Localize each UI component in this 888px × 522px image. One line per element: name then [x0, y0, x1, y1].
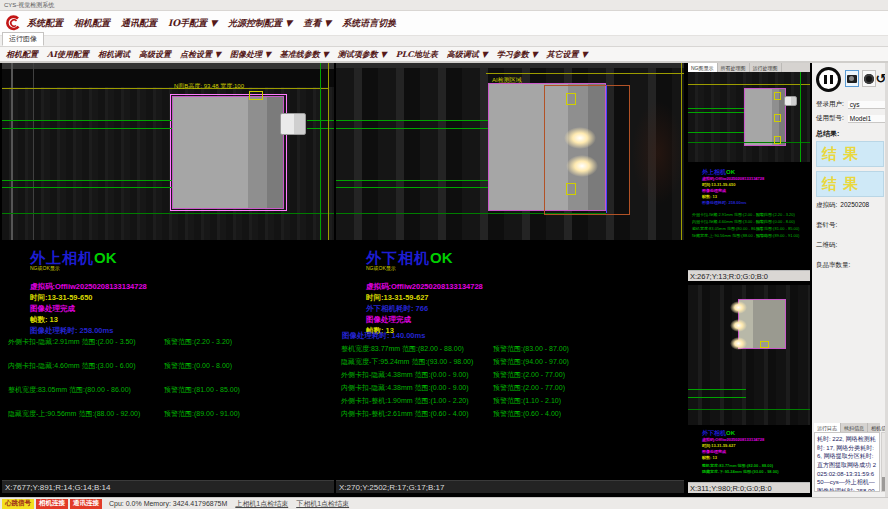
control-panel: ↺ 登录用户: cys 使用型号: Model1 总结果: 结果 结果 虚拟码:…	[812, 63, 888, 497]
measurement-row: 内侧卡扣-隐藏:4.60mm 范围:(3.00 - 6.00) 预警范围:(0.…	[8, 361, 332, 385]
measure-line	[688, 397, 746, 398]
side-view-column: NG图显示 所有处理图 运行处理图	[688, 63, 810, 497]
menu-item[interactable]: 光源控制配置 ▼	[228, 17, 292, 30]
toolbar-item[interactable]: 学习参数 ▼	[497, 49, 538, 60]
process-done-line: 图像处理完成	[30, 304, 75, 314]
measure-line	[336, 180, 488, 181]
menu-item[interactable]: 通讯配置	[121, 17, 157, 30]
toolbar-item[interactable]: 图像处理 ▼	[230, 49, 271, 60]
window-title: CYS-视觉检测系统	[4, 1, 54, 10]
menu-item[interactable]: IO手配置 ▼	[168, 17, 217, 30]
pixel-coordinate-readout: X:7677;Y:891;R:14;G:14;B:14	[2, 480, 334, 493]
highlight-glow	[730, 337, 747, 350]
warning-range: 预警范围:(0.60 - 4.00)	[493, 409, 561, 419]
side-view-tabs: NG图显示 所有处理图 运行处理图	[688, 63, 810, 72]
warning-range: 预警范围:(2.20 - 3.20)	[756, 212, 795, 217]
reference-line-vertical	[328, 63, 329, 240]
measure-line	[336, 120, 488, 121]
toolbar-item[interactable]: 高级设置	[139, 49, 171, 60]
tab-run-image[interactable]: 运行图像	[2, 32, 44, 46]
needle-row: 套针号:	[816, 221, 884, 241]
time-line: 时间:13-31-59-650	[30, 293, 93, 303]
toolbar-item[interactable]: 基准线参数 ▼	[280, 49, 329, 60]
roi-label: AI检测区域	[492, 76, 522, 85]
measurement-row: 内侧卡扣-隐藏:4.60mm 范围:(3.00 - 6.00) 预警范围:(0.…	[692, 219, 809, 226]
virtual-code-label: 虚拟码:	[816, 201, 837, 210]
warning-range: 预警范围:(83.00 - 87.00)	[493, 344, 569, 354]
toolbar-item[interactable]: 高级调试 ▼	[447, 49, 488, 60]
toolbar-item[interactable]: 相机调试	[98, 49, 130, 60]
measure-line	[2, 128, 172, 129]
result-box-lower: 结果	[816, 171, 884, 197]
model-label: 使用型号:	[816, 114, 844, 123]
tool-bar: 相机配置AI使用配置相机调试高级设置点检设置 ▼图像处理 ▼基准线参数 ▼测试项…	[0, 47, 888, 63]
measurement-row: 隐藏宽度-下:95.24mm 范围:(93.00 - 98.00) 预警范围:(…	[341, 357, 682, 370]
reference-line	[688, 84, 810, 85]
measure-line	[2, 180, 172, 181]
cpu-memory-readout: Cpu: 0.0% Memory: 3424.41796875M	[109, 500, 227, 507]
measure-line	[688, 409, 810, 410]
pause-icon	[830, 75, 833, 84]
view-tab-row: 运行图像	[0, 36, 888, 47]
toolbar-item[interactable]: 其它设置 ▼	[547, 49, 588, 60]
warning-range: 预警范围:(81.00 - 85.00)	[756, 226, 799, 231]
yield-count-label: 良品率数量:	[816, 261, 850, 270]
pause-button[interactable]	[816, 67, 841, 92]
toolbar-item[interactable]: 点检设置 ▼	[180, 49, 221, 60]
roi-marker-box	[774, 92, 781, 100]
frame-count-line: 帧数: 13	[702, 194, 717, 199]
measure-line-vertical	[320, 63, 321, 240]
measure-line	[688, 112, 744, 113]
camera-name: 外上相机	[702, 169, 726, 175]
status-bar: 心跳信号 相机连接 通讯连接 Cpu: 0.0% Memory: 3424.41…	[0, 497, 888, 509]
pixel-coordinate-readout: X:267;Y:13;R:0;G:0;B:0	[688, 270, 810, 281]
brand-swirl-icon	[4, 15, 21, 32]
menu-item[interactable]: 系统配置	[27, 17, 63, 30]
camera-name: 外下相机	[702, 430, 726, 436]
toolbar-item[interactable]: 相机配置	[6, 49, 38, 60]
camera-view-button[interactable]	[845, 70, 859, 87]
barcode-line: 虚拟码:Offliw20250208133134728	[702, 176, 764, 181]
side-tab-run[interactable]: 运行处理图	[750, 63, 782, 72]
highlight-glow	[730, 319, 747, 332]
thumb-lower-image[interactable]	[688, 285, 810, 425]
measure-line	[2, 213, 334, 214]
log-text-area[interactable]: 耗时: 222, 网络检测耗时: 17, 网络分类耗时: 6, 网络提取分区耗时…	[814, 432, 880, 492]
measurement-value: 隐藏宽度-下:95.24mm 范围:(93.00 - 98.00)	[702, 469, 778, 474]
frame-count-line: 帧数: 13	[702, 455, 717, 460]
toolbar-item[interactable]: AI使用配置	[47, 49, 89, 60]
measure-line	[336, 187, 488, 188]
elapsed-line: 图像处理耗时: 140.00ms	[342, 331, 425, 341]
measure-line	[336, 128, 488, 129]
menu-item[interactable]: 系统语言切换	[342, 17, 396, 30]
left-camera-image[interactable]: N面B高度: 93.48 宽度:100	[2, 63, 334, 240]
log-tab-linescan[interactable]: 线扫信息	[841, 423, 868, 432]
warning-range: 预警范围:(2.00 - 77.00)	[493, 370, 565, 380]
toolbar-item[interactable]: 测试项参数 ▼	[338, 49, 387, 60]
lower-camera-image[interactable]: AI检测区域	[336, 63, 684, 240]
toolbar-item[interactable]: PLC地址表	[396, 49, 438, 60]
needle-label: 套针号:	[816, 221, 837, 230]
pause-icon	[824, 75, 827, 84]
thumb-upper-image[interactable]	[688, 72, 810, 162]
warning-range: 预警范围:(89.00 - 91.00)	[756, 233, 799, 238]
menu-item[interactable]: 查看 ▼	[303, 17, 331, 30]
qr-label: 二维码:	[816, 241, 837, 250]
measurement-row: 整机宽度:83.77mm 范围:(82.00 - 88.00) 预警范围:(83…	[341, 344, 682, 357]
result-ok-text: OK	[94, 249, 117, 266]
camera-icon	[847, 75, 857, 83]
warning-range: 预警范围:(81.00 - 85.00)	[164, 385, 240, 395]
pixel-coordinate-readout: X:311;Y:980;R:0;G:0;B:0	[688, 482, 810, 493]
process-done-line: 图像处理完成	[366, 315, 411, 325]
log-tab-run[interactable]: 运行日志	[814, 423, 841, 432]
time-line: 时间:13-31-59-627	[702, 443, 735, 448]
elapsed-line: 图像处理耗时: 258.00ms	[30, 326, 113, 336]
menu-item[interactable]: 相机配置	[74, 17, 110, 30]
side-tab-ng[interactable]: NG图显示	[688, 63, 718, 72]
roi-label: N面B高度: 93.48 宽度:100	[174, 82, 244, 91]
connector-part	[784, 96, 797, 106]
side-tab-all[interactable]: 所有处理图	[718, 63, 750, 72]
left-camera-view: N面B高度: 93.48 宽度:100 外上相机OK NG或OK显示 虚拟码:O…	[2, 63, 334, 493]
roi-marker-box	[249, 91, 263, 100]
measurement-value: 内侧卡扣-隐藏:4.60mm 范围:(3.00 - 6.00)	[8, 361, 136, 371]
